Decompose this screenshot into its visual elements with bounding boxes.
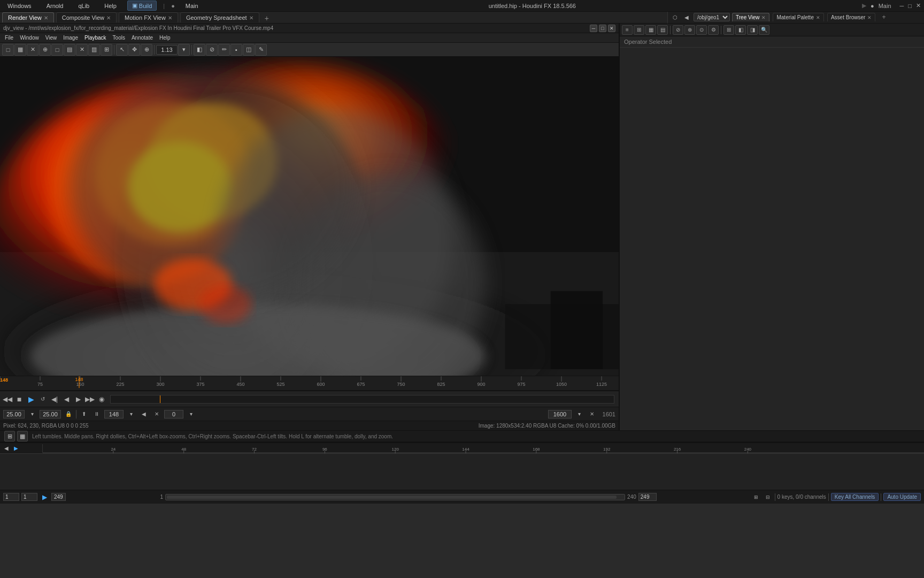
rpanel-sort[interactable]: ⊙ [696,25,707,35]
tool-channels[interactable]: ▪ [230,44,242,56]
anim-play-fwd[interactable]: ▶ [12,444,20,453]
rpanel-extra3[interactable]: ◨ [747,25,758,35]
anim-icon2[interactable]: ⊟ [763,492,773,502]
rpanel-search2[interactable]: 🔍 [759,25,769,35]
play-btn[interactable]: ▶ [26,394,36,405]
anim-play-back[interactable]: ◀ [2,444,11,453]
anim-end-frame2[interactable] [638,493,657,501]
app-menu-arnold[interactable]: Arnold [42,2,68,10]
key-all-channels-btn[interactable]: Key All Channels [831,493,879,501]
tab-tree-view[interactable]: Tree View ✕ [732,13,769,21]
path-back-icon[interactable]: ◀ [682,12,691,22]
tool-comp[interactable]: ✕ [76,44,88,56]
app-menu-qlib[interactable]: qLib [74,2,94,10]
rpanel-search[interactable]: ⊕ [684,25,695,35]
rpanel-grid[interactable]: ▦ [645,25,656,35]
zoom-display[interactable]: 1.13 [156,45,178,55]
add-right-tab[interactable]: + [879,13,889,21]
speed-input[interactable] [548,410,572,419]
playback-toggle[interactable]: ✕ [587,409,597,420]
tool-fit[interactable]: ⊕ [39,44,51,56]
timeline-scrubber[interactable] [110,395,614,404]
tab-motion-fx-view[interactable]: Motion FX View ✕ [119,12,178,22]
in-frame-input[interactable] [164,410,183,419]
anim-play-btn[interactable]: ▶ [40,492,49,502]
anim-end-frame[interactable] [21,493,37,501]
tool-target[interactable]: ⊕ [141,44,152,56]
tool-new[interactable]: □ [2,44,14,56]
stop-btn[interactable]: ■ [14,394,25,405]
tool-zoom-dropdown[interactable]: ▾ [178,44,190,56]
tool-hand[interactable]: ✥ [128,44,140,56]
djv-menu-playback[interactable]: Playback [82,34,109,41]
mark-btn[interactable]: ◉ [96,394,107,405]
auto-update-btn[interactable]: Auto Update [883,493,921,501]
goto-end-btn[interactable]: ▶▶ [84,394,95,405]
anim-start-frame[interactable] [3,493,19,501]
loop-btn[interactable]: ↺ [37,394,48,405]
help-grid-btn[interactable]: ▦ [17,431,28,442]
help-icon-btn[interactable]: ⊞ [4,431,15,442]
step-back-btn[interactable]: ◀ [61,394,72,405]
tool-annotate[interactable]: ✎ [255,44,267,56]
fps-input-2[interactable] [40,410,61,419]
rpanel-filter[interactable]: ⊘ [673,25,683,35]
current-frame-input[interactable] [104,410,124,419]
frame-back[interactable]: ◀ [138,409,149,420]
goto-start-btn[interactable]: ◀◀ [2,394,13,405]
prev-frame-btn[interactable]: ◀| [49,394,60,405]
djv-maximize-btn[interactable]: □ [599,25,606,32]
tool-close[interactable]: ✕ [27,44,38,56]
main-label[interactable]: Main [181,2,203,10]
djv-close-btn[interactable]: ✕ [608,25,615,32]
djv-menu-file[interactable]: File [2,34,16,41]
rpanel-settings[interactable]: ⚙ [708,25,719,35]
tab-composite-view[interactable]: Composite View ✕ [56,12,117,22]
tool-exposure[interactable]: ⊘ [206,44,218,56]
tool-frame[interactable]: ◫ [243,44,255,56]
tool-info[interactable]: ⊞ [101,44,112,56]
fps-lock[interactable]: 🔒 [63,409,74,420]
frame-x[interactable]: ✕ [151,409,162,420]
export-btn[interactable]: ⬆ [79,409,89,420]
geo-selector[interactable]: /obj/geo1 [694,13,730,21]
tab-render-view[interactable]: Render View ✕ [2,12,54,22]
djv-minimize-btn[interactable]: ─ [590,25,597,32]
app-menu-help[interactable]: Help [100,2,121,10]
tool-open[interactable]: ▦ [14,44,26,56]
djv-menu-window[interactable]: Window [17,34,42,41]
frame-dropdown[interactable]: ▾ [126,409,136,420]
tool-layer[interactable]: ▤ [64,44,75,56]
fps-input-1[interactable] [3,410,25,419]
rpanel-list[interactable]: ≡ [622,25,633,35]
tool-grid[interactable]: ▥ [88,44,100,56]
anim-scrollbar-thumb[interactable] [167,496,617,499]
rpanel-table[interactable]: ▤ [657,25,668,35]
path-icon[interactable]: ⬡ [670,12,680,22]
speed-dropdown[interactable]: ▾ [574,409,584,420]
audio-btn[interactable]: ⏸ [91,409,102,420]
anim-scrollbar[interactable] [165,494,625,500]
add-tab-button[interactable]: + [261,14,272,22]
tab-material-palette[interactable]: Material Palette ✕ [773,13,823,21]
anim-icon1[interactable]: ⊞ [751,492,761,502]
tool-pick[interactable]: ✏ [218,44,230,56]
in-frame-dropdown[interactable]: ▾ [186,409,196,420]
djv-menu-tools[interactable]: Tools [110,34,128,41]
djv-menu-annotate[interactable]: Annotate [129,34,156,41]
rpanel-tree[interactable]: ⊞ [634,25,644,35]
build-button[interactable]: ▣ Build [127,1,157,11]
tool-lut[interactable]: ◧ [194,44,205,56]
tab-asset-browser[interactable]: Asset Browser ✕ [827,13,875,21]
rpanel-extra1[interactable]: ⊞ [723,25,734,35]
djv-menu-view[interactable]: View [43,34,60,41]
tab-geometry-spreadsheet[interactable]: Geometry Spreadsheet ✕ [180,12,259,22]
fps-dropdown[interactable]: ▾ [27,409,37,420]
djv-menu-help[interactable]: Help [157,34,173,41]
tool-minus[interactable]: □ [51,44,63,56]
step-fwd-btn[interactable]: ▶ [73,394,83,405]
tool-cursor[interactable]: ↖ [116,44,128,56]
rpanel-extra2[interactable]: ◧ [735,25,746,35]
djv-menu-image[interactable]: Image [60,34,81,41]
app-menu-windows[interactable]: Windows [3,2,36,10]
